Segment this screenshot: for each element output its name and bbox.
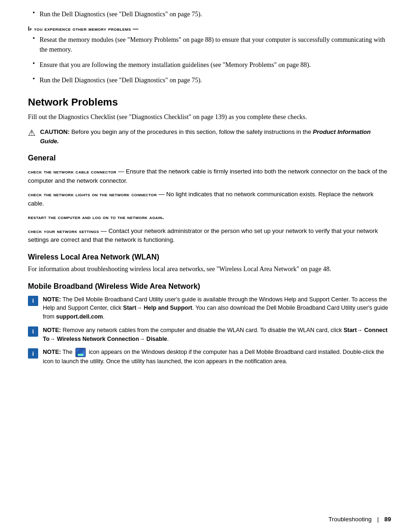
note1-body: The Dell Mobile Broadband Card Utility u… <box>43 296 388 320</box>
note-text-2: NOTE: Remove any network cables from the… <box>43 326 391 344</box>
bullet-dot-3: • <box>33 60 35 73</box>
caution-guide: Product Information Guide. <box>40 128 371 145</box>
check-network-label-caps: Check the network cable connector <box>28 168 116 175</box>
footer: Troubleshooting | 89 <box>328 516 391 523</box>
note3-after: icon appears on the Windows desktop if t… <box>43 349 384 365</box>
check-network-dash: — <box>118 168 126 175</box>
network-intro-text: Fill out the Diagnostics Checklist (see … <box>28 112 391 122</box>
restart-label: Restart the computer and log on to the n… <box>28 213 391 222</box>
bullet-dot-2: • <box>33 35 35 57</box>
bullet-item-2: • Reseat the memory modules (see "Memory… <box>28 35 391 57</box>
wlan-body-text: For information about troubleshooting wi… <box>28 264 391 274</box>
check-settings-label: Check your network settings — Contact yo… <box>28 226 391 245</box>
check-lights-label-caps: Check the network lights on the network … <box>28 191 157 198</box>
note1-label: NOTE: <box>43 296 61 303</box>
note-text-1: NOTE: The Dell Mobile Broadband Card Uti… <box>43 295 391 321</box>
note-icon-2: i <box>28 326 38 337</box>
bullet-text-3: Ensure that you are following the memory… <box>40 60 311 70</box>
footer-label: Troubleshooting <box>328 516 372 523</box>
check-settings-dash: — <box>101 227 108 234</box>
check-lights-label: Check the network lights on the network … <box>28 190 391 208</box>
note-text-3: NOTE: The icon appears on the Windows de… <box>43 348 391 366</box>
bullet-dot-4: • <box>33 75 35 88</box>
page-container: • Run the Dell Diagnostics (see "Dell Di… <box>0 0 419 532</box>
note-icon-1: i <box>28 296 38 306</box>
caution-text-block: CAUTION: Before you begin any of the pro… <box>40 127 391 146</box>
note-box-3: i NOTE: The icon appears on the Windows … <box>28 348 391 366</box>
bullet-item-3: • Ensure that you are following the memo… <box>28 60 391 73</box>
note-box-2: i NOTE: Remove any network cables from t… <box>28 326 391 344</box>
note-icon-3: i <box>28 348 38 359</box>
note1-url: support.dell.com <box>56 313 103 320</box>
check-network-label: Check the network cable connector — Ensu… <box>28 167 391 185</box>
caution-body: Before you begin any of the procedures i… <box>40 128 371 145</box>
bullet-item-4: • Run the Dell Diagnostics (see "Dell Di… <box>28 75 391 88</box>
note2-start: Start→ Connect To→ Wireless Network Conn… <box>43 327 387 342</box>
bullet-dot-1: • <box>33 9 35 22</box>
mobile-broadband-icon <box>75 348 86 357</box>
if-memory-heading: If you experience other memory problems … <box>28 26 391 32</box>
note3-label: NOTE: <box>43 349 61 356</box>
note3-before: The <box>62 349 74 356</box>
footer-page-number: 89 <box>385 516 391 523</box>
note2-label: NOTE: <box>43 327 61 333</box>
note1-start: Start→ Help and Support <box>123 305 192 311</box>
check-lights-dash: — <box>158 191 166 198</box>
bullet-text-2: Reseat the memory modules (see "Memory P… <box>40 35 391 54</box>
caution-box: ⚠ CAUTION: Before you begin any of the p… <box>28 127 391 146</box>
caution-label: CAUTION: <box>40 128 70 135</box>
general-heading: General <box>28 154 391 162</box>
caution-icon: ⚠ <box>28 128 35 138</box>
note-box-1: i NOTE: The Dell Mobile Broadband Card U… <box>28 295 391 321</box>
bullet-item-1: • Run the Dell Diagnostics (see "Dell Di… <box>28 9 391 22</box>
footer-separator: | <box>377 516 378 523</box>
check-settings-label-caps: Check your network settings <box>28 228 99 234</box>
bullet-text-1: Run the Dell Diagnostics (see "Dell Diag… <box>40 9 202 19</box>
mobile-heading: Mobile Broadband (Wireless Wide Area Net… <box>28 282 391 291</box>
bullet-text-4: Run the Dell Diagnostics (see "Dell Diag… <box>40 75 202 85</box>
wlan-heading: Wireless Local Area Network (WLAN) <box>28 253 391 261</box>
restart-label-caps: Restart the computer and log on to the n… <box>28 214 164 220</box>
network-problems-heading: Network Problems <box>28 96 391 108</box>
note2-body: Remove any network cables from the compu… <box>43 327 387 342</box>
